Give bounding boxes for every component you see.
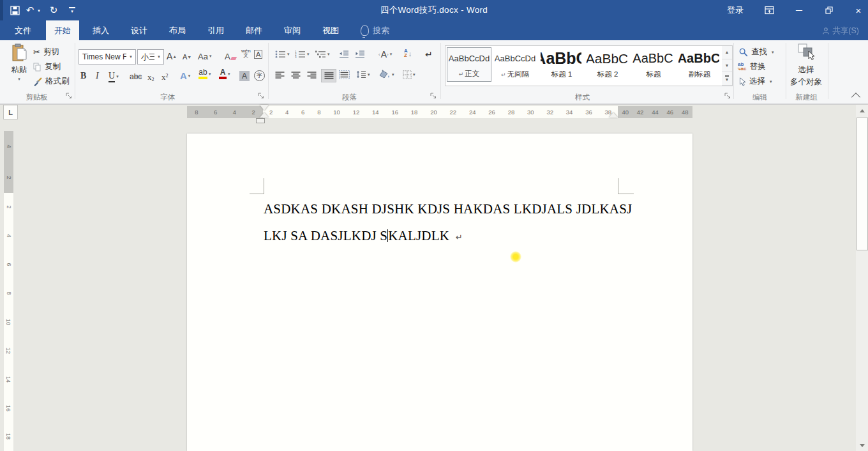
right-indent-marker[interactable] xyxy=(609,112,618,118)
copy-button[interactable]: 复制 xyxy=(33,61,61,72)
ribbon-tab[interactable]: 开始 xyxy=(46,20,79,40)
scroll-down-button[interactable] xyxy=(856,440,868,451)
restore-button[interactable] xyxy=(820,0,838,20)
clear-formatting-button[interactable]: A xyxy=(225,49,236,63)
ruler-number: 6 xyxy=(301,109,304,116)
left-indent-marker[interactable] xyxy=(256,118,265,123)
enclose-characters-button[interactable]: 字 xyxy=(254,70,265,81)
collapse-ribbon-button[interactable] xyxy=(853,94,859,100)
align-center-button[interactable] xyxy=(291,72,301,79)
change-case-button[interactable]: Aa▾ xyxy=(198,49,211,63)
vertical-ruler-margin[interactable]: 42 xyxy=(4,131,13,193)
chevron-down-icon: ▾ xyxy=(770,79,772,84)
styles-dialog-launcher[interactable] xyxy=(724,93,732,100)
phonetic-guide-button[interactable]: wén 文 xyxy=(241,49,251,57)
line-spacing-button[interactable]: ▾ xyxy=(356,70,370,79)
shrink-font-button[interactable]: A▼ xyxy=(183,50,191,63)
bullets-button[interactable]: ▾ xyxy=(275,50,290,58)
share-button[interactable]: 共享(S) xyxy=(823,26,859,36)
strikethrough-button[interactable]: abc xyxy=(130,72,142,81)
highlight-color-button[interactable]: ab ▾ xyxy=(198,68,211,79)
format-painter-button[interactable]: 格式刷 xyxy=(33,76,70,87)
find-button[interactable]: 查找 ▾ xyxy=(739,47,774,57)
scrollbar-thumb[interactable] xyxy=(857,118,868,250)
paragraph-dialog-launcher[interactable] xyxy=(430,93,438,100)
align-right-button[interactable] xyxy=(307,72,317,79)
first-line-indent-marker[interactable] xyxy=(260,105,269,111)
vertical-scrollbar[interactable] xyxy=(856,105,868,451)
cut-button[interactable]: ✂ 剪切 xyxy=(33,47,59,57)
ribbon-tab[interactable]: 文件 xyxy=(5,20,41,40)
grow-font-button[interactable]: A▲ xyxy=(167,49,177,63)
clipboard-dialog-launcher[interactable] xyxy=(66,93,73,100)
redo-button[interactable]: ↻ xyxy=(47,0,60,20)
multilevel-list-button[interactable]: ▾ xyxy=(315,50,330,58)
shading-button[interactable]: ▾ xyxy=(379,70,394,79)
sort-button[interactable]: A Z ↓ xyxy=(404,49,412,57)
italic-button[interactable]: I xyxy=(96,71,99,81)
minimize-icon: ─ xyxy=(796,5,802,15)
ribbon-tab[interactable]: 插入 xyxy=(84,20,117,40)
borders-button[interactable]: ▾ xyxy=(403,70,415,79)
font-color-button[interactable]: A ▾ xyxy=(219,68,230,79)
styles-more-button[interactable]: ▼ xyxy=(722,72,732,86)
font-size-combobox[interactable]: 小三 ▾ xyxy=(137,49,164,65)
font-name-combobox[interactable]: Times New F ▾ xyxy=(79,49,136,65)
select-button[interactable]: 选择 ▾ xyxy=(739,76,772,87)
decrease-indent-button[interactable] xyxy=(339,50,349,58)
character-shading-button[interactable]: A xyxy=(239,71,250,81)
ribbon-tab[interactable]: 布局 xyxy=(161,20,194,40)
ribbon-display-options-button[interactable] xyxy=(761,0,777,20)
style-item[interactable]: AaBbC 副标题 xyxy=(677,47,721,82)
style-item[interactable]: AaBbC 标题 2 xyxy=(585,47,629,82)
style-item[interactable]: AaBbCcDd ↵正文 xyxy=(447,47,491,82)
select-multiple-objects-button[interactable]: 选择 多个对象 xyxy=(786,43,826,88)
tab-stop-selector[interactable]: L xyxy=(3,105,18,119)
underline-button[interactable]: U▾ xyxy=(108,71,119,82)
ribbon-tab[interactable]: 引用 xyxy=(199,20,232,40)
superscript-button[interactable]: x2 xyxy=(161,72,168,82)
paste-button[interactable]: 粘贴 ▾ xyxy=(5,43,33,81)
font-dialog-launcher[interactable] xyxy=(258,93,266,100)
style-item[interactable]: AaBbCcDd ↵无间隔 xyxy=(493,47,537,82)
signin-button[interactable]: 登录 xyxy=(720,0,751,20)
customize-qat-button[interactable]: ▾ xyxy=(66,0,78,20)
ribbon-tab[interactable]: 设计 xyxy=(123,20,156,40)
chevron-down-icon: ▾ xyxy=(18,77,20,81)
text-effects-button[interactable]: A▾ xyxy=(180,70,190,81)
chevron-up-icon xyxy=(851,93,860,102)
style-name: 标题 xyxy=(647,70,661,78)
document-text-line-1[interactable]: ASDKAS DKASH DJSHK KDJS HAKDAS LKDJALS J… xyxy=(264,201,632,217)
styles-scroll-up-button[interactable]: ▲ xyxy=(722,46,732,59)
vertical-ruler[interactable]: 24681012141618 xyxy=(4,193,13,451)
ribbon-tab[interactable]: 审阅 xyxy=(276,20,309,40)
character-border-button[interactable]: A xyxy=(254,50,262,59)
increase-indent-button[interactable] xyxy=(355,50,365,58)
undo-button[interactable]: ↶ xyxy=(24,0,36,20)
asian-layout-button[interactable]: ‹ A ›▾ xyxy=(378,49,392,59)
select-label: 选择 xyxy=(749,76,765,87)
align-left-button[interactable] xyxy=(275,72,285,79)
document-text-line-2[interactable]: LKJ SA DASJLKDJ SKALJDLK↵ xyxy=(264,228,463,244)
styles-scroll-down-button[interactable]: ▼ xyxy=(722,59,732,73)
ribbon-tab[interactable]: 搜索 xyxy=(352,20,398,40)
ribbon-tab[interactable]: 视图 xyxy=(314,20,347,40)
ruler-number: 30 xyxy=(527,109,534,116)
replace-button[interactable]: ab⤷ac 替换 xyxy=(738,61,765,72)
justify-button[interactable] xyxy=(321,69,336,82)
distribute-button[interactable] xyxy=(339,70,350,79)
numbering-button[interactable]: 123 ▾ xyxy=(295,50,310,58)
save-button[interactable] xyxy=(8,0,22,20)
bold-button[interactable]: B xyxy=(80,71,86,81)
style-item[interactable]: AaBbC 标题 1 xyxy=(539,47,583,82)
ruler-number: 8 xyxy=(195,109,198,116)
minimize-button[interactable]: ─ xyxy=(790,0,808,20)
style-item[interactable]: AaBbC 标题 xyxy=(631,47,675,82)
ribbon-tab[interactable]: 邮件 xyxy=(237,20,271,40)
undo-dropdown[interactable]: ▾ xyxy=(36,0,42,20)
show-hide-marks-button[interactable]: ↵ xyxy=(425,49,433,59)
hanging-indent-marker[interactable] xyxy=(260,112,269,118)
scroll-up-button[interactable] xyxy=(856,105,868,116)
close-button[interactable]: × xyxy=(849,0,867,20)
subscript-button[interactable]: x2 xyxy=(147,72,154,82)
